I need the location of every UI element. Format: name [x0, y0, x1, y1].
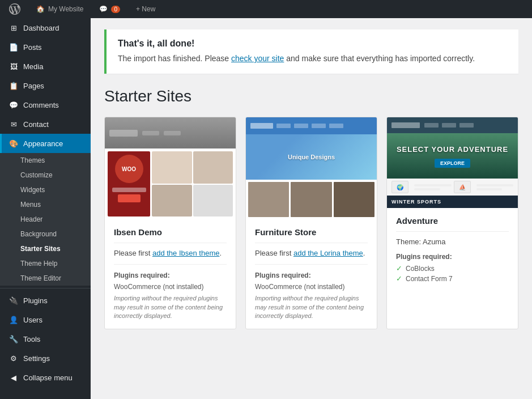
notice-message: The import has finished. Please check yo…	[118, 52, 507, 65]
card-ibsen-plugins-label: Plugins required:	[114, 271, 227, 279]
sidebar-item-posts[interactable]: 📄 Posts	[0, 37, 91, 57]
check-site-link[interactable]: check your site	[231, 54, 284, 63]
sidebar-item-settings[interactable]: ⚙ Settings	[0, 349, 91, 368]
dashboard-icon: ⊞	[8, 23, 19, 33]
sidebar-item-theme-editor[interactable]: Theme Editor	[0, 271, 91, 286]
card-ibsen-notice: Please first add the Ibsen theme.	[114, 249, 227, 265]
card-adventure-body: Adventure Theme: Azuma Plugins required:…	[387, 208, 518, 292]
adminbar-new[interactable]: + New	[133, 0, 159, 18]
card-adventure: SELECT YOUR ADVENTURE EXPLORE 🌍 ⛵	[386, 117, 518, 329]
lorina-theme-link[interactable]: add the Lorina theme	[293, 249, 363, 257]
card-furniture-image: Unique Designs	[246, 117, 377, 219]
card-adventure-theme: Theme: Azuma	[396, 237, 509, 246]
collapse-icon: ◀	[8, 372, 19, 383]
sidebar-item-appearance[interactable]: 🎨 Appearance	[0, 134, 91, 153]
card-ibsen: WOO Ibsen Demo Please firs	[104, 117, 236, 329]
sidebar-item-starter-sites[interactable]: Starter Sites	[0, 241, 91, 256]
card-ibsen-image: WOO	[105, 117, 236, 219]
sidebar-item-users[interactable]: 👤 Users	[0, 310, 91, 329]
sidebar-item-customize[interactable]: Customize	[0, 168, 91, 182]
comments-icon: 💬	[8, 100, 19, 110]
sidebar-item-media[interactable]: 🖼 Media	[0, 57, 91, 76]
notice-title: That's it, all done!	[118, 39, 507, 49]
card-furniture-body: Furniture Store Please first add the Lor…	[246, 219, 377, 328]
card-furniture-warning: Importing without the required plugins m…	[255, 294, 368, 320]
media-icon: 🖼	[8, 61, 19, 71]
plugins-icon: 🔌	[8, 295, 19, 305]
check-icon-cf7: ✓	[396, 274, 402, 283]
card-furniture-notice: Please first add the Lorina theme.	[255, 249, 368, 265]
admin-bar: 🏠 My Website 💬 0 + New	[0, 0, 532, 18]
ibsen-theme-link[interactable]: add the Ibsen theme	[152, 249, 220, 257]
settings-icon: ⚙	[8, 353, 19, 363]
card-furniture-plugins-label: Plugins required:	[255, 271, 368, 279]
card-ibsen-warning: Importing without the required plugins m…	[114, 294, 227, 320]
card-adventure-plugin-cf7: ✓ Contact Form 7	[396, 274, 509, 283]
sidebar-item-theme-help[interactable]: Theme Help	[0, 256, 91, 271]
appearance-icon: 🎨	[8, 138, 19, 148]
sidebar-item-header[interactable]: Header	[0, 212, 91, 227]
card-ibsen-body: Ibsen Demo Please first add the Ibsen th…	[105, 219, 236, 328]
appearance-submenu: Themes Customize Widgets Menus Header Ba…	[0, 153, 91, 286]
adminbar-wp-logo[interactable]	[6, 0, 24, 18]
card-adventure-plugin-coblocks: ✓ CoBlocks	[396, 264, 509, 273]
sidebar-item-dashboard[interactable]: ⊞ Dashboard	[0, 18, 91, 37]
sidebar-item-menus[interactable]: Menus	[0, 197, 91, 212]
contact-icon: ✉	[8, 119, 19, 129]
card-furniture: Unique Designs Furniture Store Please fi…	[245, 117, 377, 329]
pages-icon: 📋	[8, 80, 19, 91]
card-ibsen-plugin-woo: WooCommerce (not installed)	[114, 283, 227, 291]
cards-grid: WOO Ibsen Demo Please firs	[104, 117, 518, 329]
card-adventure-plugins-label: Plugins required:	[396, 253, 509, 261]
users-icon: 👤	[8, 315, 19, 325]
card-furniture-name: Furniture Store	[255, 227, 368, 243]
sidebar: ⊞ Dashboard 📄 Posts 🖼 Media 📋 Pages 💬 Co…	[0, 18, 91, 399]
adminbar-site-name[interactable]: 🏠 My Website	[33, 0, 87, 18]
sidebar-collapse[interactable]: ◀ Collapse menu	[0, 368, 91, 387]
sidebar-item-widgets[interactable]: Widgets	[0, 182, 91, 197]
tools-icon: 🔧	[8, 334, 19, 344]
card-adventure-image: SELECT YOUR ADVENTURE EXPLORE 🌍 ⛵	[387, 117, 518, 208]
sidebar-item-plugins[interactable]: 🔌 Plugins	[0, 291, 91, 310]
main-content: That's it, all done! The import has fini…	[91, 18, 532, 399]
card-adventure-name: Adventure	[396, 216, 509, 232]
sidebar-item-comments[interactable]: 💬 Comments	[0, 95, 91, 114]
check-icon-coblocks: ✓	[396, 264, 402, 273]
page-title: Starter Sites	[104, 87, 518, 105]
sidebar-item-background[interactable]: Background	[0, 227, 91, 241]
sidebar-item-themes[interactable]: Themes	[0, 153, 91, 168]
adminbar-comments[interactable]: 💬 0	[96, 0, 124, 18]
success-notice: That's it, all done! The import has fini…	[104, 29, 518, 74]
sidebar-item-contact[interactable]: ✉ Contact	[0, 114, 91, 134]
posts-icon: 📄	[8, 42, 19, 52]
card-ibsen-name: Ibsen Demo	[114, 227, 227, 243]
sidebar-item-pages[interactable]: 📋 Pages	[0, 76, 91, 95]
card-furniture-plugin-woo: WooCommerce (not installed)	[255, 283, 368, 291]
sidebar-item-tools[interactable]: 🔧 Tools	[0, 329, 91, 349]
sidebar-divider	[0, 288, 91, 288]
